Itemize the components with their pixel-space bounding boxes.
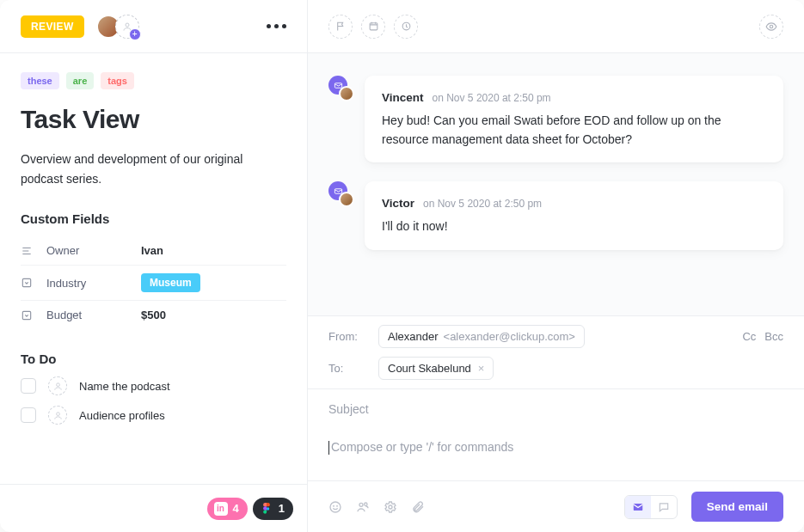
svg-point-11 <box>330 502 341 512</box>
attach-icon[interactable] <box>411 500 425 514</box>
compose-placeholder: Compose or type '/' for commands <box>331 440 513 454</box>
message-bubble: Vincenton Nov 5 2020 at 2:50 pmHey bud! … <box>365 76 783 162</box>
plus-icon: + <box>129 28 141 40</box>
cf-row-industry: Industry Museum <box>21 266 286 301</box>
message-bubble: Victoron Nov 5 2020 at 2:50 pmI'll do it… <box>365 181 783 250</box>
dropdown-icon <box>21 309 34 321</box>
message-avatar <box>328 76 353 100</box>
email-mode-icon[interactable] <box>625 496 651 518</box>
figma-icon <box>260 502 273 516</box>
add-assignee-slot[interactable]: + <box>115 15 139 39</box>
from-row: From: Alexander <alexander@clickup.com> … <box>308 316 804 357</box>
more-menu-icon[interactable] <box>263 21 290 32</box>
message-author: Victor <box>382 197 414 210</box>
task-description: Overview and development of our original… <box>21 150 286 189</box>
todo-text: Name the podcast <box>79 380 170 393</box>
watch-icon[interactable] <box>759 15 783 39</box>
svg-point-12 <box>334 505 334 506</box>
message: Victoron Nov 5 2020 at 2:50 pmI'll do it… <box>328 181 783 250</box>
counter-value: 1 <box>279 502 285 515</box>
checkbox[interactable] <box>21 378 36 394</box>
assignee-slot[interactable] <box>48 376 67 395</box>
svg-rect-2 <box>22 311 30 319</box>
page-title: Task View <box>21 105 286 134</box>
assignees: + <box>96 15 139 39</box>
to-chip[interactable]: Court Skabelund × <box>378 357 494 380</box>
from-email: <alexander@clickup.com> <box>444 330 575 343</box>
bcc-button[interactable]: Bcc <box>764 330 783 343</box>
svg-point-3 <box>56 383 59 387</box>
message-avatar <box>328 181 353 205</box>
custom-fields-table: Owner Ivan Industry Museum Budget $500 <box>21 236 286 329</box>
svg-point-14 <box>359 503 363 506</box>
cf-row-owner: Owner Ivan <box>21 236 286 266</box>
email-composer: From: Alexander <alexander@clickup.com> … <box>308 315 804 532</box>
flag-icon[interactable] <box>328 15 353 39</box>
send-button[interactable]: Send email <box>691 492 783 522</box>
cf-value[interactable]: Ivan <box>141 244 163 257</box>
cf-label: Industry <box>46 277 129 290</box>
tag-list: thesearetags <box>21 72 286 89</box>
counter-value: 4 <box>233 502 239 515</box>
tag[interactable]: tags <box>101 72 134 89</box>
message-timestamp: on Nov 5 2020 at 2:50 pm <box>423 198 542 210</box>
user-icon <box>53 411 63 420</box>
calendar-icon[interactable] <box>361 15 385 39</box>
svg-point-15 <box>365 503 367 505</box>
status-pill[interactable]: REVIEW <box>21 15 84 38</box>
close-icon[interactable]: × <box>478 362 485 375</box>
tag[interactable]: these <box>21 72 59 89</box>
tag[interactable]: are <box>66 72 95 89</box>
message: Vincenton Nov 5 2020 at 2:50 pmHey bud! … <box>328 76 783 162</box>
cf-value[interactable]: $500 <box>141 309 166 321</box>
to-label: To: <box>328 362 366 375</box>
comment-mode-icon[interactable] <box>651 496 677 518</box>
cc-button[interactable]: Cc <box>742 330 756 343</box>
svg-point-5 <box>267 507 269 510</box>
gear-icon[interactable] <box>384 500 397 514</box>
svg-point-13 <box>337 505 338 506</box>
text-lines-icon <box>21 245 34 257</box>
message-author: Vincent <box>382 91 424 104</box>
svg-point-4 <box>56 413 59 416</box>
svg-rect-1 <box>22 279 30 287</box>
to-chip-name: Court Skabelund <box>388 362 471 375</box>
to-row: To: Court Skabelund × <box>308 357 804 388</box>
cf-label: Owner <box>46 244 129 257</box>
todo-heading: To Do <box>21 352 286 366</box>
mention-icon[interactable] <box>356 500 370 514</box>
cf-row-budget: Budget $500 <box>21 301 286 329</box>
dropdown-icon <box>21 277 34 289</box>
compose-body[interactable]: Compose or type '/' for commands <box>308 429 804 480</box>
cf-value[interactable]: Museum <box>141 273 200 292</box>
todo-item: Name the podcast <box>21 376 286 395</box>
svg-point-0 <box>126 23 129 27</box>
checkbox[interactable] <box>21 407 36 423</box>
subject-row <box>308 388 804 429</box>
message-timestamp: on Nov 5 2020 at 2:50 pm <box>433 92 551 104</box>
svg-point-8 <box>770 25 773 28</box>
left-footer: in 4 1 <box>0 484 307 532</box>
custom-fields-heading: Custom Fields <box>21 211 286 226</box>
todo-text: Audience profiles <box>79 409 165 422</box>
assignee-slot[interactable] <box>48 406 67 425</box>
todo-list: Name the podcastAudience profiles <box>21 376 286 425</box>
message-body: I'll do it now! <box>382 217 766 236</box>
clock-icon[interactable] <box>394 15 418 39</box>
compose-mode-toggle[interactable] <box>624 495 678 519</box>
user-icon <box>53 382 63 391</box>
cf-label: Budget <box>46 309 129 321</box>
svg-rect-6 <box>370 23 377 30</box>
emoji-icon[interactable] <box>328 500 342 514</box>
attachment-counter-dark[interactable]: 1 <box>253 498 293 520</box>
message-list: Vincenton Nov 5 2020 at 2:50 pmHey bud! … <box>308 53 804 315</box>
message-body: Hey bud! Can you email Swati before EOD … <box>382 112 766 149</box>
invision-icon: in <box>214 502 228 516</box>
from-label: From: <box>328 330 366 343</box>
subject-input[interactable] <box>328 402 783 416</box>
from-name: Alexander <box>388 330 439 343</box>
attachment-counter-pink[interactable]: in 4 <box>207 498 248 520</box>
svg-point-16 <box>389 505 392 509</box>
from-chip[interactable]: Alexander <alexander@clickup.com> <box>378 325 585 348</box>
todo-item: Audience profiles <box>21 406 286 425</box>
